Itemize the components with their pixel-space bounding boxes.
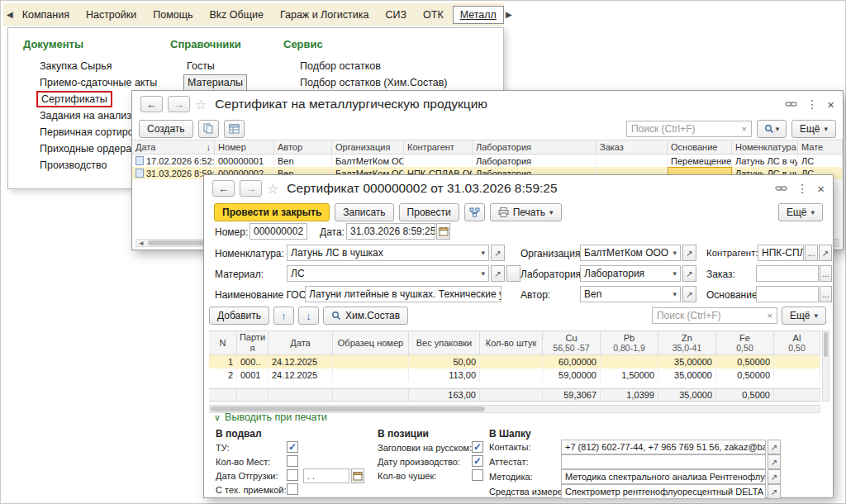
search-input[interactable]: Поиск (Ctrl+F) × xyxy=(626,121,752,137)
tab-bkz-common[interactable]: Bkz Общие xyxy=(202,6,270,24)
menu-item-gosty[interactable]: Госты xyxy=(183,58,218,74)
column-header-al[interactable]: Al0,50 xyxy=(774,331,820,354)
methodika-field[interactable]: Методика спектрального анализа Рентгеноф… xyxy=(561,469,766,484)
scrollbar-thumb[interactable] xyxy=(148,240,207,245)
shipping-date-field[interactable]: . . xyxy=(303,468,349,483)
column-header-date[interactable]: Дата xyxy=(269,331,333,354)
menu-item-zakupka-syrya[interactable]: Закупка Сырья xyxy=(36,58,116,74)
items-row-selected[interactable]: 1 000.. 24.12.2025 50,00 60,00000 35,000… xyxy=(209,355,820,368)
tab-garage-logistics[interactable]: Гараж и Логистика xyxy=(273,6,377,24)
copy-document-icon-button[interactable] xyxy=(198,120,219,138)
production-date-checkbox[interactable]: ✓ xyxy=(472,455,483,467)
chevron-down-icon[interactable]: ▾ xyxy=(478,269,485,278)
contacts-field[interactable]: +7 (812) 602-77-44, +7 965 769 51 56, za… xyxy=(561,440,766,454)
forward-button[interactable]: → xyxy=(168,96,190,112)
favorite-star-icon[interactable]: ☆ xyxy=(195,97,207,112)
measuring-tools-field[interactable]: Спектрометр рентгенофлуоресцентный DELTA… xyxy=(561,484,766,499)
shipping-date-checkbox[interactable] xyxy=(287,469,298,481)
tu-checkbox[interactable]: ✓ xyxy=(287,441,298,453)
organization-open-button[interactable]: ↗ xyxy=(682,245,696,261)
measuring-tools-open-button[interactable]: ↗ xyxy=(768,484,781,499)
tech-acceptance-checkbox[interactable] xyxy=(287,483,298,495)
chem-composition-button[interactable]: Хим.Состав xyxy=(323,307,408,325)
list-more-button[interactable]: Ещё ▾ xyxy=(791,120,836,138)
material-extra-button[interactable] xyxy=(506,265,520,282)
places-count-checkbox[interactable] xyxy=(287,455,298,467)
create-button[interactable]: Создать xyxy=(139,120,193,138)
chevron-down-icon[interactable]: ▾ xyxy=(669,249,677,257)
move-row-up-button[interactable]: ↑ xyxy=(273,307,294,325)
table-row[interactable]: 17.02.2026 6:52:47 000000001 Ben БалтМет… xyxy=(132,155,843,167)
order-field[interactable] xyxy=(756,265,819,282)
menu-item-proizvodstvo[interactable]: Производство xyxy=(36,157,111,174)
menu-item-podbor-ostatkov-khim-sostav[interactable]: Подбор остатков (Хим.Состав) xyxy=(297,74,450,91)
organization-combo[interactable]: БалтМетКом ООО▾ xyxy=(580,245,681,261)
menu-item-podbor-ostatkov[interactable]: Подбор остатков xyxy=(297,58,384,74)
move-row-down-button[interactable]: ↓ xyxy=(298,307,319,325)
menu-item-prikhodnye-ordera[interactable]: Приходные ордера xyxy=(36,140,135,157)
tab-settings[interactable]: Настройки xyxy=(78,6,144,24)
ingot-count-checkbox[interactable] xyxy=(472,469,483,481)
menu-item-zadaniya-na-analiz[interactable]: Задания на анализ xyxy=(36,107,135,124)
laboratory-open-button[interactable]: ↗ xyxy=(682,265,696,282)
table-search-input[interactable]: Поиск (Ctrl+F) × xyxy=(652,307,777,324)
contragent-combo[interactable]: НПК-СПЛАВ О▾ xyxy=(758,245,804,261)
date-field[interactable]: 31.03.2026 8:59:25 xyxy=(346,223,435,240)
basis-field[interactable] xyxy=(756,286,819,302)
column-header-batch[interactable]: Партия xyxy=(237,331,269,354)
column-header-piece-count[interactable]: Кол-во штук xyxy=(480,331,543,354)
column-header-nomenclature[interactable]: Номенклатура xyxy=(732,140,798,154)
author-open-button[interactable]: ↗ xyxy=(682,286,696,302)
table-more-button[interactable]: Ещё ▾ xyxy=(782,307,826,325)
contragent-choose-button[interactable]: ... xyxy=(805,245,818,261)
column-header-organization[interactable]: Организация xyxy=(332,140,404,154)
order-choose-button[interactable]: ... xyxy=(820,265,832,282)
column-header-date[interactable]: Дата↓ xyxy=(132,140,215,154)
column-header-order[interactable]: Заказ xyxy=(596,140,668,154)
scroll-left-icon[interactable]: ◄ xyxy=(136,240,146,247)
menu-item-sertifikaty[interactable]: Сертификаты xyxy=(36,91,112,107)
tab-metall[interactable]: Металл xyxy=(453,6,504,24)
column-header-number[interactable]: Номер xyxy=(215,140,274,154)
column-header-cu[interactable]: Cu56,50 -57 xyxy=(543,331,601,354)
get-link-icon[interactable] xyxy=(785,97,797,112)
chevron-down-icon[interactable]: ▾ xyxy=(478,249,485,257)
gost-field[interactable]: Латуни литейные в чушках. Технические ус… xyxy=(305,286,501,302)
column-header-zn[interactable]: Zn35,0-41 xyxy=(658,331,716,354)
number-field[interactable]: 000000002 xyxy=(250,223,307,240)
search-options-button[interactable]: ▾ xyxy=(757,120,787,138)
column-header-sample-number[interactable]: Образец номер xyxy=(333,331,409,354)
methodika-open-button[interactable]: ↗ xyxy=(768,469,781,484)
contacts-open-button[interactable]: ↗ xyxy=(768,440,781,454)
material-open-button[interactable]: ↗ xyxy=(491,265,505,282)
tab-otk[interactable]: ОТК xyxy=(416,6,451,24)
scrollbar-thumb[interactable] xyxy=(824,332,828,357)
column-header-n[interactable]: N xyxy=(209,331,237,354)
menu-scroll-right-icon[interactable]: ▶ xyxy=(506,10,512,19)
tab-help[interactable]: Помощь xyxy=(145,6,200,24)
items-row[interactable]: 2 0001 24.12.2025 113,00 59,00000 1,5000… xyxy=(209,368,820,382)
laboratory-combo[interactable]: Лаборатория▾ xyxy=(580,265,681,282)
column-header-package-weight[interactable]: Вес упаковки xyxy=(409,331,480,354)
close-icon[interactable]: × xyxy=(827,97,834,112)
menu-item-priemo-sdatochnye-akty[interactable]: Приемо-сдаточные акты xyxy=(36,74,160,91)
set-period-icon-button[interactable] xyxy=(224,120,245,138)
russian-headers-checkbox[interactable]: ✓ xyxy=(472,441,483,453)
add-row-button[interactable]: Добавить xyxy=(209,307,269,325)
column-header-laboratory[interactable]: Лаборатория xyxy=(473,140,596,154)
chevron-down-icon[interactable]: ▾ xyxy=(669,290,677,298)
print-options-toggle[interactable]: ∨ Выводить при печати xyxy=(214,411,327,423)
column-header-material[interactable]: Мате xyxy=(798,140,843,154)
column-header-contragent[interactable]: Контрагент xyxy=(404,140,473,154)
calendar-icon[interactable] xyxy=(436,223,450,240)
calendar-icon[interactable] xyxy=(351,468,364,483)
clear-search-icon[interactable]: × xyxy=(767,311,772,321)
contragent-open-button[interactable]: ↗ xyxy=(819,245,832,261)
menu-item-materialy[interactable]: Материалы xyxy=(183,74,247,91)
back-button[interactable]: ← xyxy=(140,96,163,112)
column-header-pb[interactable]: Pb0,80-1,9 xyxy=(601,331,658,354)
table-vertical-scrollbar[interactable] xyxy=(822,330,829,402)
column-header-author[interactable]: Автор xyxy=(274,140,332,154)
column-header-fe[interactable]: Fe0,50 xyxy=(716,331,774,354)
attestat-open-button[interactable]: ↗ xyxy=(768,454,781,469)
